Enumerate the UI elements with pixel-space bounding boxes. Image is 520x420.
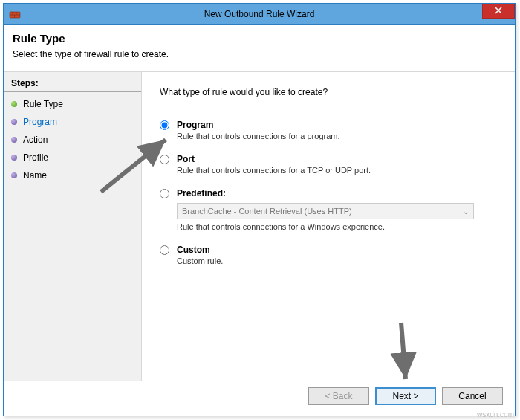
radio-program[interactable] [160,120,169,130]
radio-custom[interactable] [160,245,169,255]
step-bullet-icon [11,155,17,161]
step-name[interactable]: Name [4,167,141,184]
option-port-desc: Rule that controls connections for a TCP… [177,166,497,175]
step-bullet-icon [11,172,17,178]
page-title: Rule Type [13,32,506,45]
option-port[interactable]: Port Rule that controls connections for … [160,154,497,175]
titlebar[interactable]: New Outbound Rule Wizard [4,4,515,25]
back-button: < Back [308,387,369,405]
option-predefined-desc: Rule that controls connections for a Win… [177,222,497,231]
option-program-label: Program [177,120,497,130]
step-program[interactable]: Program [4,113,141,131]
cancel-button[interactable]: Cancel [442,387,503,405]
main-panel: What type of rule would you like to crea… [142,72,515,381]
option-predefined[interactable]: Predefined: BranchCache - Content Retrie… [160,188,497,231]
step-label: Program [23,117,57,127]
window-title: New Outbound Rule Wizard [4,9,515,19]
step-bullet-icon [11,137,17,143]
steps-sidebar: Steps: Rule Type Program Action Profile … [4,72,142,381]
step-label: Rule Type [23,99,63,109]
option-custom[interactable]: Custom Custom rule. [160,245,497,265]
header-area: Rule Type Select the type of firewall ru… [4,25,515,72]
firewall-icon [8,7,22,21]
step-label: Name [23,170,47,181]
radio-port[interactable] [160,155,169,164]
question-text: What type of rule would you like to crea… [160,87,497,97]
body: Steps: Rule Type Program Action Profile … [4,72,515,381]
page-subtitle: Select the type of firewall rule to crea… [13,49,506,59]
option-custom-label: Custom [177,245,497,255]
step-profile[interactable]: Profile [4,149,141,167]
radio-predefined[interactable] [160,189,169,198]
step-bullet-icon [11,101,17,107]
step-bullet-icon [11,119,17,125]
option-predefined-label: Predefined: [177,188,497,198]
steps-header: Steps: [4,75,141,92]
step-rule-type[interactable]: Rule Type [4,95,141,113]
close-icon [495,6,502,16]
option-program[interactable]: Program Rule that controls connections f… [160,120,497,140]
footer-buttons: < Back Next > Cancel [4,381,515,416]
option-custom-desc: Custom rule. [177,256,497,265]
close-button[interactable] [482,4,515,19]
next-button[interactable]: Next > [375,387,436,405]
predefined-selected-value: BranchCache - Content Retrieval (Uses HT… [182,207,352,216]
option-port-label: Port [177,154,497,164]
step-action[interactable]: Action [4,131,141,149]
step-label: Profile [23,152,48,163]
predefined-dropdown: BranchCache - Content Retrieval (Uses HT… [177,203,474,219]
option-program-desc: Rule that controls connections for a pro… [177,132,497,140]
wizard-window: New Outbound Rule Wizard Rule Type Selec… [3,3,516,416]
chevron-down-icon: ⌄ [463,207,469,216]
step-label: Action [23,135,48,145]
watermark: wsxdn.com [477,410,514,419]
